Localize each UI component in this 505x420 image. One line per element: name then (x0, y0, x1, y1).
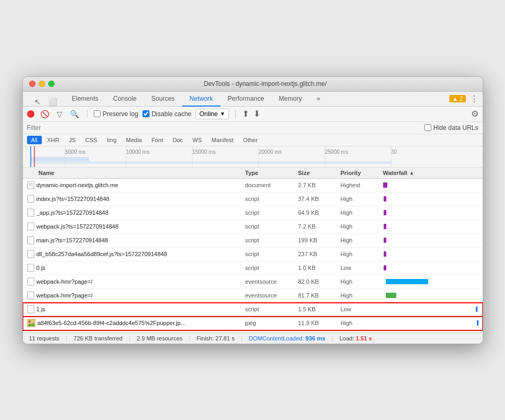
cell-waterfall (383, 234, 483, 247)
cell-name: main.js?ts=1572270914848 (23, 236, 245, 244)
download-icon[interactable]: ⬇ (253, 109, 260, 119)
svg-text:20000 ms: 20000 ms (259, 149, 282, 155)
cell-priority: High (341, 251, 383, 257)
waterfall-bar (384, 196, 386, 202)
stop-recording-button[interactable]: 🚫 (39, 109, 51, 119)
filter-media[interactable]: Media (122, 136, 146, 144)
header-waterfall[interactable]: Waterfall ▲ (383, 170, 483, 176)
cell-size: 2.7 KB (298, 182, 341, 188)
table-row[interactable]: webpack-hmr?page=/ eventsource 82.0 KB H… (23, 275, 483, 289)
close-button[interactable] (29, 81, 36, 87)
header-priority[interactable]: Priority (341, 170, 383, 176)
tab-sources[interactable]: Sources (144, 92, 182, 107)
row-name: a84f63e5-62cd-456b-89f4-c2adddc4e575%2Fp… (38, 320, 187, 326)
separator-2 (235, 110, 236, 118)
transferred-size: 726 KB transferred (74, 335, 122, 342)
settings-button[interactable]: ⚙ (471, 109, 479, 119)
cell-type: script (245, 223, 298, 230)
filter-icon-button[interactable]: ▽ (55, 109, 64, 119)
cell-waterfall (383, 192, 483, 206)
filter-css[interactable]: CSS (81, 136, 102, 144)
table-row[interactable]: webpack.js?ts=1572270914848 script 7.2 K… (23, 220, 483, 234)
table-row[interactable]: index.js?ts=1572270914848 script 37.4 KB… (23, 192, 483, 206)
cell-type: script (245, 209, 298, 216)
more-menu-icon[interactable]: ⋮ (470, 94, 479, 104)
tab-console[interactable]: Console (106, 92, 144, 107)
minimize-button[interactable] (39, 81, 45, 87)
filter-js[interactable]: JS (65, 136, 80, 144)
tab-network[interactable]: Network (182, 92, 220, 107)
header-type[interactable]: Type (245, 170, 298, 176)
filter-doc[interactable]: Doc (169, 136, 188, 144)
online-dropdown-arrow: ▼ (220, 111, 225, 117)
cell-size: 199 KB (298, 237, 341, 243)
table-row[interactable]: _app.js?ts=1572270914848 script 64.9 KB … (23, 206, 483, 220)
js-icon (27, 222, 34, 231)
svg-rect-24 (28, 264, 34, 272)
tab-memory[interactable]: Memory (271, 92, 309, 107)
svg-point-29 (29, 320, 31, 322)
waterfall-bar (384, 210, 386, 215)
record-button[interactable] (27, 110, 34, 118)
preserve-log-input[interactable] (94, 110, 101, 117)
svg-rect-15 (31, 161, 391, 164)
upload-icon[interactable]: ⬆ (242, 109, 249, 119)
disable-cache-label: Disable cache (152, 110, 191, 118)
cell-type: document (245, 182, 298, 188)
cell-type: script (245, 237, 298, 243)
filter-input[interactable] (27, 124, 420, 132)
tab-performance[interactable]: Performance (220, 92, 272, 107)
cell-name: webpack-hmr?page=/ (23, 291, 245, 300)
sep5: | (332, 335, 333, 342)
load-time: Load: 1.51 s (340, 335, 372, 342)
table-row[interactable]: a84f63e5-62cd-456b-89f4-c2adddc4e575%2Fp… (23, 317, 483, 330)
finish-time: Finish: 27.81 s (197, 335, 235, 342)
cell-type: script (245, 265, 298, 271)
table-row[interactable]: webpack-hmr?page=/ eventsource 81.7 KB H… (23, 289, 483, 303)
filter-img[interactable]: Img (102, 136, 120, 144)
hide-data-urls-checkbox[interactable]: Hide data URLs (424, 124, 479, 132)
row-name: webpack.js?ts=1572270914848 (37, 223, 119, 230)
tab-more[interactable]: » (309, 92, 328, 107)
table-row[interactable]: 1.js script 1.5 KB Low (23, 303, 483, 317)
table-row[interactable]: main.js?ts=1572270914848 script 199 KB H… (23, 234, 483, 248)
table-row[interactable]: dynamic-import-nextjs.glitch.me document… (23, 179, 483, 192)
warning-badge[interactable]: ▲ 2 (449, 95, 465, 102)
row-name: webpack-hmr?page=/ (37, 278, 93, 285)
table-row[interactable]: 0.js script 1.0 KB Low (23, 261, 483, 275)
filter-xhr[interactable]: XHR (43, 136, 64, 144)
maximize-button[interactable] (48, 81, 55, 87)
header-name[interactable]: Name (23, 170, 245, 176)
hide-data-urls-input[interactable] (424, 124, 431, 131)
filter-font[interactable]: Font (147, 136, 167, 144)
filter-manifest[interactable]: Manifest (207, 136, 238, 144)
svg-rect-23 (28, 250, 34, 258)
table-row[interactable]: dll_b58c257da4aa56d89cef.js?ts=157227091… (23, 248, 483, 261)
row-name: main.js?ts=1572270914848 (37, 237, 108, 243)
table-body: dynamic-import-nextjs.glitch.me document… (23, 179, 483, 332)
waterfall-bar (477, 320, 479, 326)
svg-rect-27 (28, 305, 34, 313)
online-dropdown[interactable]: Online ▼ (196, 109, 229, 119)
js-icon (27, 208, 34, 217)
filter-ws[interactable]: WS (188, 136, 206, 144)
sort-arrow: ▲ (410, 170, 414, 176)
cell-priority: Highest (341, 182, 383, 188)
cell-name: 0.js (23, 264, 245, 272)
load-value: 1.51 s (356, 335, 372, 342)
device-toolbar[interactable]: ⬜ (45, 98, 60, 106)
filter-all[interactable]: All (27, 136, 42, 144)
preserve-log-checkbox[interactable]: Preserve log (94, 110, 138, 118)
header-size[interactable]: Size (298, 170, 341, 176)
tab-elements[interactable]: Elements (65, 92, 106, 107)
cursor-tool[interactable]: ↖ (31, 98, 44, 106)
cell-type: script (245, 251, 298, 257)
disable-cache-checkbox[interactable]: Disable cache (143, 110, 191, 118)
waterfall-bar (384, 224, 386, 229)
svg-rect-20 (28, 209, 34, 216)
nav-tabs: ↖ ⬜ Elements Console Sources Network Per… (23, 92, 483, 107)
search-button[interactable]: 🔍 (68, 109, 81, 119)
filter-other[interactable]: Other (239, 136, 262, 144)
disable-cache-input[interactable] (143, 110, 149, 117)
cell-size: 37.4 KB (298, 196, 341, 202)
